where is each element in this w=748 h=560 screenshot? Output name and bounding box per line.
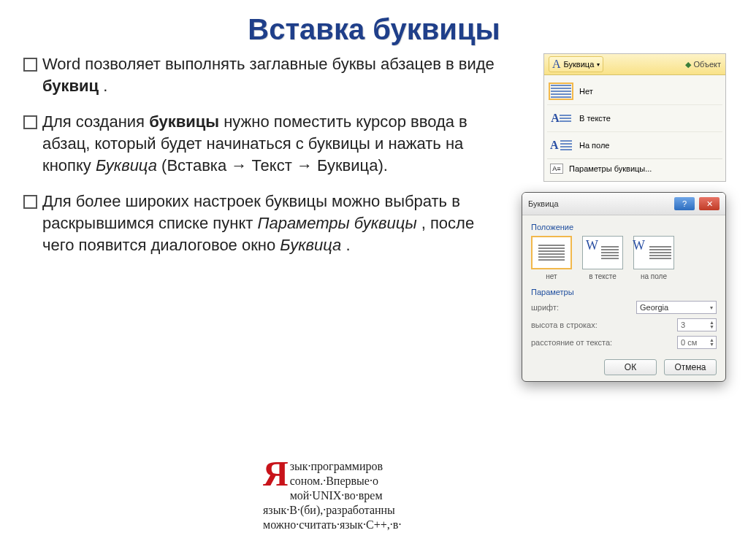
dropdown-item-label: На поле [579,141,610,150]
ribbon-object[interactable]: ◆ Объект [685,60,721,69]
sample-line: зык·программиров [290,460,383,472]
field-font: шрифт: Georgia ▾ [531,301,717,314]
text-italic: Параметры буквицы [257,214,416,232]
object-label: Объект [694,60,721,69]
dropdown-item-none[interactable]: Нет [547,78,722,104]
dropcap-dialog: Буквица ? ✕ Положение нет [522,192,726,382]
field-height: высота в строках: 3 ▲▼ [531,318,717,331]
position-intext[interactable]: W в тексте [582,236,623,280]
close-button[interactable]: ✕ [699,197,720,210]
distance-spinner[interactable]: 0 см ▲▼ [677,336,717,349]
dropdown-item-label: В тексте [579,114,611,123]
intext-icon: A [550,110,572,127]
text-italic: Буквица [280,236,341,254]
sample-line: язык·B·(би),·разработанны [263,504,395,516]
dropdown-item-label: Нет [579,87,593,96]
dropdown-item-margin[interactable]: A На поле [547,131,722,158]
text: Для создания [42,112,149,131]
margin-icon: A [550,137,572,154]
dropcap-button-label: Буквица [564,60,595,69]
sample-text: Я зык·программиров соном.·Впервые·о мой·… [263,459,526,532]
dialog-title: Буквица [528,199,559,208]
none-icon [550,83,572,100]
font-label: шрифт: [531,303,559,312]
ok-button[interactable]: ОК [604,359,657,375]
height-value: 3 [681,321,685,329]
cancel-button[interactable]: Отмена [664,359,717,375]
params-icon: A≡ [550,164,563,174]
text: . [103,77,107,95]
font-select[interactable]: Georgia ▾ [636,301,717,314]
sample-line: соном.·Впервые·о [290,475,378,487]
text: (Вставка → Текст → Буквица). [161,156,388,174]
position-margin[interactable]: W на поле [633,236,674,280]
chevron-down-icon: ▾ [710,304,713,311]
dropdown-params-label: Параметры буквицы... [569,164,652,173]
text-italic: Буквица [96,156,157,174]
object-icon: ◆ [685,60,691,69]
section-position: Положение [531,223,717,231]
bullet-3: Для более широких настроек буквицы можно… [22,191,510,256]
position-none[interactable]: нет [531,236,572,280]
sample-dropcap: Я [263,459,290,489]
height-label: высота в строках: [531,321,598,329]
bullet-2: Для создания буквицы нужно поместить кур… [22,111,510,176]
position-label: на поле [633,272,674,280]
dropdown-item-params[interactable]: A≡ Параметры буквицы... [547,158,722,178]
text: . [346,236,350,254]
distance-value: 0 см [681,338,697,347]
ribbon-header: A Буквица ▾ ◆ Объект [544,54,725,75]
text: Word позволяет выполнять заглавные буквы… [42,55,495,73]
position-label: нет [531,272,572,280]
spinner-icon: ▲▼ [709,321,714,329]
dialog-titlebar: Буквица ? ✕ [522,193,725,215]
main-text: Word позволяет выполнять заглавные буквы… [22,53,510,382]
chevron-down-icon: ▾ [597,61,600,68]
text-bold: буквицы [149,112,219,131]
dropcap-icon: A [552,58,561,71]
dropcap-button[interactable]: A Буквица ▾ [549,56,603,72]
spinner-icon: ▲▼ [709,338,714,347]
help-button[interactable]: ? [674,197,695,210]
sample-line: можно·считать·язык·C++,·в· [263,518,401,531]
bullet-1: Word позволяет выполнять заглавные буквы… [22,53,510,96]
section-params: Параметры [531,288,717,296]
ribbon-dropdown: A Буквица ▾ ◆ Объект Нет [543,53,726,182]
slide-title: Вставка буквицы [0,0,748,53]
font-value: Georgia [640,303,668,312]
position-label: в тексте [582,272,623,280]
sample-line: мой·UNIX·во·врем [290,489,383,502]
text-bold: буквиц [42,77,99,95]
distance-label: расстояние от текста: [531,338,612,347]
field-distance: расстояние от текста: 0 см ▲▼ [531,336,717,349]
height-spinner[interactable]: 3 ▲▼ [677,318,717,331]
dropdown-item-intext[interactable]: A В тексте [547,104,722,131]
